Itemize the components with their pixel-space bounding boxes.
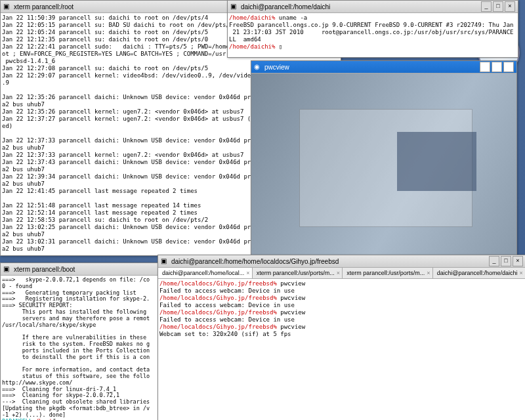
close-button[interactable]: × bbox=[513, 256, 523, 266]
terminal-output[interactable]: /home/localdocs/Gihyo.jp/freebsd% pwcvie… bbox=[158, 279, 525, 339]
window-title: daichi@parancell:/home/daichi bbox=[241, 3, 481, 10]
webcam-preview bbox=[251, 74, 516, 269]
camera-icon: ◉ bbox=[254, 63, 262, 71]
window-pwcview[interactable]: ◉ pwcview _ □ × bbox=[251, 60, 517, 269]
tab-close-icon[interactable]: × bbox=[337, 270, 340, 276]
terminal-icon: ▣ bbox=[161, 257, 169, 265]
close-button[interactable]: × bbox=[505, 1, 515, 12]
tab-bar: daichi@parancell:/home/local...×xterm pa… bbox=[158, 268, 525, 279]
minimize-button[interactable]: _ bbox=[480, 62, 490, 72]
maximize-button[interactable]: □ bbox=[493, 1, 503, 12]
tab-label: daichi@parancell:/home/local... bbox=[162, 270, 244, 276]
maximize-button[interactable]: □ bbox=[492, 62, 502, 72]
terminal-icon: ▣ bbox=[230, 3, 238, 10]
maximize-button[interactable]: □ bbox=[501, 256, 511, 266]
terminal-tab[interactable]: xterm parancell:/usr/ports/m...× bbox=[343, 268, 433, 278]
window-term-daichi[interactable]: ▣ daichi@parancell:/home/daichi _ □ × /h… bbox=[227, 0, 518, 58]
window-title: pwcview bbox=[264, 64, 480, 71]
terminal-tab[interactable]: daichi@parancell:/home/daichi× bbox=[433, 268, 525, 278]
titlebar[interactable]: ▣ daichi@parancell:/home/daichi _ □ × bbox=[228, 1, 518, 13]
window-title: daichi@parancell:/home/home/localdocs/Gi… bbox=[171, 258, 489, 265]
tab-label: xterm parancell:/usr/ports/m... bbox=[346, 270, 425, 276]
tab-close-icon[interactable]: × bbox=[520, 270, 523, 276]
tab-label: xterm parancell:/usr/ports/m... bbox=[257, 270, 335, 276]
titlebar[interactable]: ▣ daichi@parancell:/home/home/localdocs/… bbox=[158, 255, 525, 268]
terminal-icon: ▣ bbox=[3, 265, 11, 273]
window-tabbed-terminal[interactable]: ▣ daichi@parancell:/home/home/localdocs/… bbox=[158, 255, 525, 420]
close-button[interactable]: × bbox=[503, 62, 514, 72]
terminal-tab[interactable]: xterm parancell:/usr/ports/m...× bbox=[253, 268, 343, 278]
window-title: xterm parancell:/boot bbox=[14, 266, 161, 273]
terminal-tab[interactable]: daichi@parancell:/home/local...× bbox=[158, 268, 253, 278]
terminal-output[interactable]: /home/daichi% uname -a FreeBSD parancell… bbox=[228, 13, 518, 52]
minimize-button[interactable]: _ bbox=[489, 256, 499, 266]
tab-close-icon[interactable]: × bbox=[246, 270, 249, 276]
tab-close-icon[interactable]: × bbox=[427, 270, 430, 276]
tab-label: daichi@parancell:/home/daichi bbox=[437, 270, 518, 276]
minimize-button[interactable]: _ bbox=[481, 1, 492, 12]
titlebar[interactable]: ◉ pwcview _ □ × bbox=[251, 61, 516, 74]
terminal-icon: ▣ bbox=[3, 3, 11, 10]
